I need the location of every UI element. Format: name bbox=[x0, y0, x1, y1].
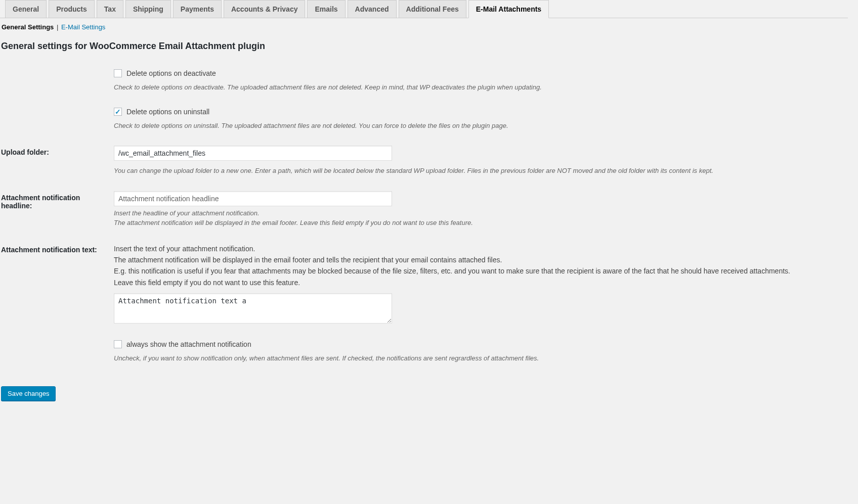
section-title: General settings for WooCommerce Email A… bbox=[1, 41, 848, 52]
subnav-email-settings[interactable]: E-Mail Settings bbox=[61, 23, 105, 31]
tab-advanced[interactable]: Advanced bbox=[348, 0, 397, 18]
subnav-current: General Settings bbox=[2, 23, 54, 31]
headline-description-2: The attachment notification will be disp… bbox=[114, 218, 843, 228]
delete-on-deactivate-label: Delete options on deactivate bbox=[126, 69, 216, 77]
always-show-row[interactable]: always show the attachment notification bbox=[114, 340, 843, 348]
sub-navigation: General Settings | E-Mail Settings bbox=[2, 23, 848, 31]
always-show-checkbox[interactable] bbox=[114, 340, 122, 348]
tab-products[interactable]: Products bbox=[49, 0, 95, 18]
notification-text-help-1: Insert the text of your attachment notif… bbox=[114, 243, 843, 254]
notification-text-label: Attachment notification text: bbox=[0, 236, 109, 333]
upload-folder-label: Upload folder: bbox=[0, 138, 109, 184]
delete-on-uninstall-row[interactable]: Delete options on uninstall bbox=[114, 108, 843, 116]
tab-email-attachments[interactable]: E-Mail Attachments bbox=[468, 0, 549, 18]
tab-emails[interactable]: Emails bbox=[307, 0, 345, 18]
tab-general[interactable]: General bbox=[5, 0, 47, 18]
save-changes-button[interactable]: Save changes bbox=[1, 386, 56, 401]
always-show-label: always show the attachment notification bbox=[126, 340, 251, 348]
headline-description-1: Insert the headline of your attachment n… bbox=[114, 208, 843, 218]
always-show-description: Uncheck, if you want to show notificatio… bbox=[114, 353, 843, 363]
notification-text-help-4: Leave this field empty if you do not wan… bbox=[114, 277, 843, 288]
tab-accounts-privacy[interactable]: Accounts & Privacy bbox=[224, 0, 306, 18]
delete-on-deactivate-description: Check to delete options on deactivate. T… bbox=[114, 82, 843, 93]
tab-additional-fees[interactable]: Additional Fees bbox=[399, 0, 466, 18]
tab-tax[interactable]: Tax bbox=[97, 0, 123, 18]
notification-text-help-3: E.g. this notification is useful if you … bbox=[114, 265, 843, 277]
upload-folder-input[interactable] bbox=[114, 146, 392, 161]
delete-on-uninstall-checkbox[interactable] bbox=[114, 108, 122, 116]
notification-text-help-2: The attachment notification will be disp… bbox=[114, 254, 843, 265]
delete-on-deactivate-checkbox[interactable] bbox=[114, 69, 122, 77]
notification-text-textarea[interactable] bbox=[114, 293, 392, 324]
upload-folder-description: You can change the upload folder to a ne… bbox=[114, 166, 843, 176]
tab-shipping[interactable]: Shipping bbox=[125, 0, 171, 18]
delete-on-uninstall-description: Check to delete options on uninstall. Th… bbox=[114, 121, 843, 131]
headline-label: Attachment notification headline: bbox=[0, 184, 109, 236]
delete-on-deactivate-row[interactable]: Delete options on deactivate bbox=[114, 69, 843, 77]
settings-tabs: General Products Tax Shipping Payments A… bbox=[0, 0, 848, 18]
headline-input[interactable] bbox=[114, 191, 392, 206]
tab-payments[interactable]: Payments bbox=[173, 0, 222, 18]
delete-on-uninstall-label: Delete options on uninstall bbox=[126, 108, 209, 116]
